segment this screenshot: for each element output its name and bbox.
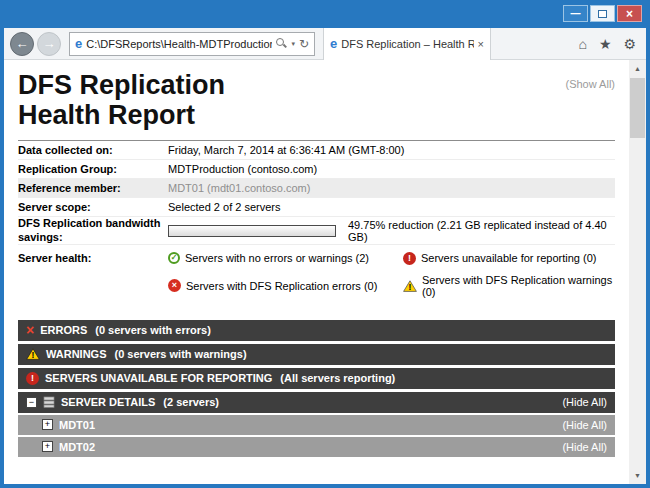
ie-icon: e [75,36,82,51]
field-label: Data collected on: [18,144,168,156]
section-warnings[interactable]: ! WARNINGS (0 servers with warnings) [18,344,615,365]
bandwidth-progress-bar [168,225,336,237]
svg-text:!: ! [409,282,412,292]
server-name: MDT01 [59,419,95,431]
warning-icon: ! [26,348,40,360]
minimize-icon: — [571,8,581,19]
error-icon: × [168,279,181,292]
health-item-warnings: ! Servers with DFS Replication warnings … [403,274,615,298]
scrollbar-thumb[interactable] [630,78,645,138]
caption-buttons: — × [563,5,642,22]
field-row-data-collected: Data collected on: Friday, March 7, 2014… [18,141,615,160]
address-bar[interactable]: e C:\DFSReports\Health-MDTProduction-07M… [69,32,315,56]
success-icon: ✓ [168,252,180,264]
section-unavailable[interactable]: ! SERVERS UNAVAILABLE FOR REPORTING (All… [18,368,615,389]
error-icon: × [26,323,34,337]
forward-button[interactable]: → [37,32,61,56]
section-errors[interactable]: × ERRORS (0 servers with errors) [18,320,615,341]
close-button[interactable]: × [617,5,642,22]
tab-close-icon[interactable]: × [478,38,484,50]
scroll-up-icon: ▲ [634,65,641,72]
section-title: ERRORS [40,324,87,336]
collapse-icon[interactable]: − [26,397,37,408]
maximize-icon [598,10,607,18]
section-server-details[interactable]: − SERVER DETAILS (2 servers) (Hide All) [18,392,615,413]
field-value: MDTProduction (contoso.com) [168,163,317,175]
page-title-line1: DFS Replication [18,70,615,100]
hide-all-link[interactable]: (Hide All) [562,419,607,431]
field-value: MDT01 (mdt01.contoso.com) [168,182,310,194]
refresh-icon[interactable]: ↻ [299,37,309,51]
page-title: DFS Replication Health Report [18,70,615,130]
health-item-unavailable: ! Servers unavailable for reporting (0) [403,252,615,265]
section-detail: (0 servers with errors) [95,324,211,336]
minimize-button[interactable]: — [563,5,588,22]
server-row-mdt01[interactable]: + MDT01 (Hide All) [18,415,615,435]
section-title: SERVER DETAILS [61,396,155,408]
show-all-link[interactable]: (Show All) [565,78,615,90]
bandwidth-label: DFS Replication bandwidth savings: [18,217,168,243]
hide-all-link[interactable]: (Hide All) [562,441,607,453]
scroll-down-button[interactable]: ▼ [629,467,646,484]
scroll-down-icon: ▼ [634,472,641,479]
maximize-button[interactable] [590,5,615,22]
server-health-label: Server health: [18,252,168,298]
health-item-text: Servers with DFS Replication warnings (0… [422,274,615,298]
server-health-grid: ✓ Servers with no errors or warnings (2)… [168,252,615,298]
alert-icon: ! [26,372,39,385]
chrome-toolbar: ⌂ ★ ⚙ [578,36,646,52]
back-button[interactable]: ← [10,32,34,56]
page-content-area: DFS Replication Health Report (Show All)… [4,60,646,484]
bandwidth-text: 49.75% reduction (2.21 GB replicated ins… [348,219,615,243]
back-icon: ← [16,36,29,51]
field-row-reference-member: Reference member: MDT01 (mdt01.contoso.c… [18,179,615,198]
field-label: Reference member: [18,182,168,194]
server-icon [43,396,55,408]
tab-favicon: e [330,36,337,51]
field-value: Friday, March 7, 2014 at 6:36:41 AM (GMT… [168,144,404,156]
section-detail: (2 servers) [163,396,219,408]
hide-all-link[interactable]: (Hide All) [562,396,607,408]
health-item-ok: ✓ Servers with no errors or warnings (2) [168,252,403,265]
section-title: SERVERS UNAVAILABLE FOR REPORTING [45,372,272,384]
report-page: DFS Replication Health Report (Show All)… [4,60,629,484]
search-icon[interactable] [276,38,287,49]
health-item-text: Servers with DFS Replication errors (0) [186,280,377,292]
settings-gear-icon[interactable]: ⚙ [623,36,636,52]
alert-icon: ! [403,252,416,265]
forward-icon: → [43,36,56,51]
report-sections: × ERRORS (0 servers with errors) ! WARNI… [18,320,615,457]
favorites-icon[interactable]: ★ [599,36,612,52]
server-health-row: Server health: ✓ Servers with no errors … [18,245,615,308]
bandwidth-row: DFS Replication bandwidth savings: 49.75… [18,217,615,244]
health-item-text: Servers unavailable for reporting (0) [421,252,596,264]
home-icon[interactable]: ⌂ [578,36,586,52]
chevron-down-icon[interactable]: ▾ [291,40,295,48]
window-titlebar[interactable]: — × [0,0,650,28]
server-name: MDT02 [59,441,95,453]
browser-window: — × ← → e C:\DFSReports\Health-MDTProduc… [0,0,650,488]
tab-title: DFS Replication – Health Re... [341,38,473,50]
page-title-line2: Health Report [18,100,615,130]
expand-icon[interactable]: + [42,441,53,452]
field-row-replication-group: Replication Group: MDTProduction (contos… [18,160,615,179]
scroll-up-button[interactable]: ▲ [629,60,646,77]
warning-icon: ! [403,280,417,292]
expand-icon[interactable]: + [42,419,53,430]
field-label: Server scope: [18,201,168,213]
svg-text:!: ! [32,350,35,360]
address-url[interactable]: C:\DFSReports\Health-MDTProduction-07M [86,38,272,50]
vertical-scrollbar[interactable]: ▲ ▼ [629,60,646,484]
field-row-server-scope: Server scope: Selected 2 of 2 servers [18,198,615,217]
health-item-errors: × Servers with DFS Replication errors (0… [168,274,403,298]
field-value: Selected 2 of 2 servers [168,201,281,213]
health-item-text: Servers with no errors or warnings (2) [185,252,369,264]
close-icon: × [626,7,633,21]
field-label: Replication Group: [18,163,168,175]
browser-tab[interactable]: e DFS Replication – Health Re... × [323,28,491,60]
section-detail: (All servers reporting) [280,372,395,384]
browser-chrome: ← → e C:\DFSReports\Health-MDTProduction… [4,28,646,60]
section-detail: (0 servers with warnings) [115,348,247,360]
section-title: WARNINGS [46,348,107,360]
server-row-mdt02[interactable]: + MDT02 (Hide All) [18,437,615,457]
